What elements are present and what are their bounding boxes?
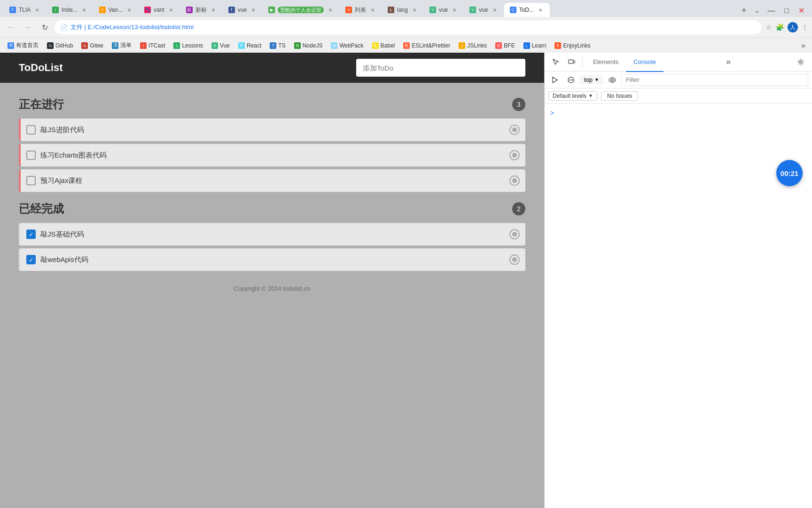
browser-tab-van[interactable]: VVan...✕	[94, 3, 139, 17]
maximize-button[interactable]: □	[781, 7, 793, 15]
todo-item-inprogress-2: 预习Ajax课程	[19, 169, 525, 192]
forward-button[interactable]: →	[21, 20, 35, 34]
address-input[interactable]: 📄 文件 | E:/CodeLesson/13-todolist/todolis…	[55, 20, 761, 34]
pause-script-button[interactable]	[548, 73, 562, 87]
tab-close-todo[interactable]: ✕	[537, 6, 544, 14]
bookmark-ts[interactable]: TTS	[266, 41, 289, 50]
bookmark-label: JSLinks	[467, 42, 487, 49]
todo-checkbox-inprogress-0[interactable]	[26, 125, 36, 135]
minimize-button[interactable]: —	[764, 7, 779, 15]
svg-point-2	[799, 61, 802, 63]
tab-label-lang: lang	[397, 7, 408, 13]
bookmark-label: ITCast	[148, 42, 165, 49]
devtools-tab-elements[interactable]: Elements	[586, 53, 626, 71]
context-selector-dropdown-icon: ▼	[594, 77, 599, 82]
profile-icon[interactable]: 人	[788, 22, 798, 32]
default-levels-label: Default levels	[553, 93, 586, 99]
bookmark-react[interactable]: RReact	[234, 41, 265, 50]
bookmark-jslinks[interactable]: JJSLinks	[455, 41, 491, 50]
bookmark-webpack[interactable]: WWebPack	[327, 41, 367, 50]
tab-close-van[interactable]: ✕	[125, 6, 133, 14]
browser-tab-paw[interactable]: 🐾vant✕	[139, 3, 180, 17]
bookmarks-more-button[interactable]: »	[798, 41, 808, 50]
tab-close-tlia[interactable]: ✕	[33, 6, 41, 14]
todo-delete-completed-0[interactable]	[509, 229, 520, 239]
browser-tab-fb[interactable]: fvue✕	[223, 3, 263, 17]
tab-close-lang[interactable]: ✕	[411, 6, 418, 14]
todo-checkbox-inprogress-1[interactable]	[26, 151, 36, 160]
close-button[interactable]: ✕	[795, 6, 808, 15]
bookmark-eslint&prettier[interactable]: EESLint&Prettier	[399, 41, 454, 50]
browser-tab-index[interactable]: IInde...✕	[47, 3, 93, 17]
tab-close-list[interactable]: ✕	[369, 6, 376, 14]
devtools-tab-console[interactable]: Console	[626, 53, 664, 71]
bookmark-vue[interactable]: VVue	[208, 41, 234, 50]
browser-tab-vue2[interactable]: Vvue✕	[424, 3, 464, 17]
devtools-settings-button[interactable]	[793, 55, 808, 70]
console-filter-input[interactable]	[622, 74, 808, 86]
bookmark-label: WebPack	[339, 42, 363, 49]
todo-delete-inprogress-1[interactable]	[509, 150, 520, 160]
todo-item-inprogress-0: 敲JS进阶代码	[19, 119, 525, 141]
timer-badge[interactable]: 00:21	[776, 160, 803, 186]
bookmark-itcast[interactable]: IITCast	[136, 41, 169, 50]
devtools-top-toolbar: ElementsConsole »	[545, 53, 812, 71]
bookmark-gitee[interactable]: GGitee	[78, 41, 107, 50]
bookmark-label: ESLint&Prettier	[412, 42, 450, 49]
bookmark-nodejs[interactable]: NNodeJS	[290, 41, 327, 50]
tab-close-newtab[interactable]: ✕	[210, 6, 217, 14]
bookmark-learn[interactable]: LLearn	[520, 41, 550, 50]
inspect-element-button[interactable]	[548, 55, 563, 70]
tab-close-paw[interactable]: ✕	[167, 6, 175, 14]
no-issues-button[interactable]: No Issues	[601, 91, 638, 101]
todo-checkbox-inprogress-2[interactable]	[26, 176, 36, 185]
add-todo-input[interactable]	[356, 59, 525, 77]
todo-checkbox-completed-1[interactable]	[26, 255, 36, 264]
device-toolbar-button[interactable]	[564, 55, 579, 70]
console-prompt-arrow[interactable]: >	[550, 109, 554, 117]
bookmark-favicon: 清	[112, 42, 118, 49]
tab-favicon-vue2: V	[429, 7, 436, 13]
extension-puzzle-icon[interactable]: 🧩	[776, 24, 784, 31]
bookmark-lessons[interactable]: LLessons	[170, 41, 207, 50]
bookmark-babel[interactable]: BBabel	[368, 41, 399, 50]
context-selector[interactable]: top ▼	[580, 75, 603, 84]
browser-tab-vue1[interactable]: ▶贾酷的个人会议室✕	[263, 3, 340, 17]
chrome-menu-icon[interactable]: ⋮	[802, 24, 808, 31]
bookmark-github[interactable]: GGitHub	[43, 41, 77, 50]
devtools-more-tabs-button[interactable]: »	[722, 57, 734, 67]
reload-button[interactable]: ↻	[38, 20, 52, 34]
todo-text-inprogress-0: 敲JS进阶代码	[40, 126, 505, 135]
tab-overflow-button[interactable]: ⌄	[750, 4, 764, 17]
browser-tab-vue3[interactable]: Vvue✕	[464, 3, 504, 17]
bookmark-有道首页[interactable]: 有有道首页	[4, 40, 42, 50]
browser-tab-list[interactable]: V列表✕	[340, 3, 382, 17]
browser-tab-lang[interactable]: Llang✕	[382, 3, 424, 17]
todo-delete-inprogress-2[interactable]	[509, 175, 520, 186]
todo-item-completed-1: 敲webApis代码	[19, 248, 525, 271]
browser-tab-newtab[interactable]: 新新标✕	[180, 3, 223, 17]
browser-tab-tlia[interactable]: TTLIA✕	[4, 3, 47, 17]
bookmark-清单[interactable]: 清清单	[108, 40, 135, 50]
todo-delete-inprogress-0[interactable]	[509, 125, 520, 135]
todo-app-area: ToDoList 正在进行 3 敲JS进阶代码练习Echarts图表代码预习Aj…	[0, 53, 544, 508]
todo-delete-completed-1[interactable]	[509, 254, 520, 265]
todo-checkbox-completed-0[interactable]	[26, 230, 36, 239]
tab-close-vue3[interactable]: ✕	[491, 6, 499, 14]
tab-close-vue1[interactable]: ✕	[327, 6, 334, 14]
eye-button[interactable]	[606, 73, 619, 87]
devtools-settings-area	[793, 55, 808, 70]
bookmark-enjoylinks[interactable]: EEnjoyLinks	[551, 41, 594, 50]
tab-close-fb[interactable]: ✕	[250, 6, 257, 14]
bookmark-bfe[interactable]: BBFE	[492, 41, 518, 50]
new-tab-button[interactable]: +	[737, 4, 750, 17]
bookmark-star-icon[interactable]: ☆	[766, 24, 772, 31]
browser-tab-todo[interactable]: CToD...✕	[504, 3, 550, 17]
no-entry-button[interactable]	[564, 73, 578, 87]
default-levels-button[interactable]: Default levels ▼	[548, 91, 597, 101]
back-button[interactable]: ←	[4, 20, 18, 34]
tab-close-vue2[interactable]: ✕	[451, 6, 458, 14]
address-text: 文件 | E:/CodeLesson/13-todolist/todolist.…	[70, 23, 194, 32]
window-controls: — □ ✕	[764, 6, 808, 17]
tab-close-index[interactable]: ✕	[80, 6, 88, 14]
